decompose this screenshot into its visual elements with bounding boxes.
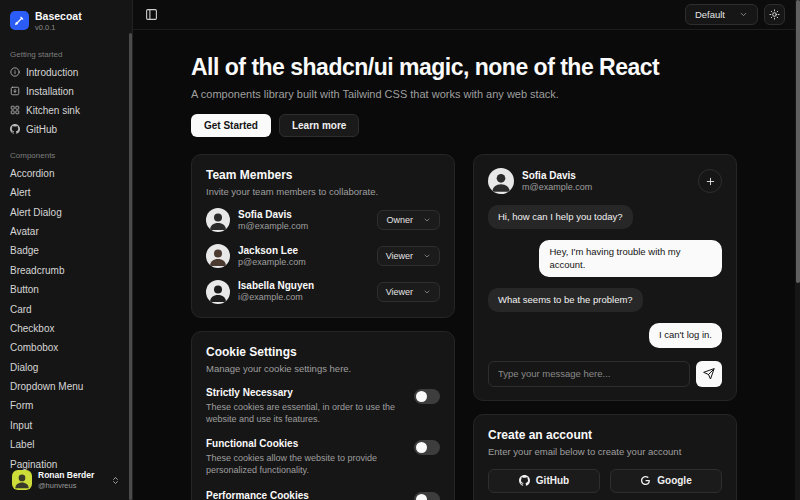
page-subtitle: A components library built with Tailwind… [191, 88, 737, 100]
sidebar-item-badge[interactable]: Badge [10, 241, 122, 260]
window-scrollbar-thumb[interactable] [796, 0, 800, 283]
section-label-getting-started: Getting started [10, 50, 122, 59]
sidebar-item-dropdown-menu[interactable]: Dropdown Menu [10, 377, 122, 396]
sidebar-user-menu[interactable]: Ronan Berder @hunvreus [8, 467, 124, 493]
learn-more-button[interactable]: Learn more [279, 114, 359, 137]
google-signup-button[interactable]: Google [610, 469, 722, 493]
sidebar-item-breadcrumb[interactable]: Breadcrumb [10, 261, 122, 280]
sidebar-item-label: Dialog [10, 362, 38, 373]
card-description: Manage your cookie settings here. [206, 363, 440, 374]
sidebar-item-dialog[interactable]: Dialog [10, 358, 122, 377]
sidebar-item-label: Input [10, 420, 32, 431]
sidebar-item-label: Combobox [10, 342, 58, 353]
team-member-row: Jackson Lee p@example.com Viewer [206, 244, 440, 269]
sidebar-item-alert-dialog[interactable]: Alert Dialog [10, 202, 122, 221]
user-name: Ronan Berder [38, 470, 94, 481]
sidebar-item-alert[interactable]: Alert [10, 183, 122, 202]
create-account-card: Create an account Enter your email below… [473, 414, 737, 500]
window-scrollbar-track[interactable] [795, 0, 800, 500]
member-avatar [206, 208, 230, 232]
cookie-option-title: Performance Cookies [206, 490, 404, 500]
functional-cookies-switch[interactable] [414, 440, 440, 455]
plus-icon [705, 176, 716, 187]
section-label-components: Components [10, 151, 122, 160]
sidebar-item-combobox[interactable]: Combobox [10, 338, 122, 357]
dark-mode-toggle-button[interactable] [764, 4, 785, 25]
sidebar-item-avatar[interactable]: Avatar [10, 222, 122, 241]
sun-icon [769, 9, 780, 20]
page-title: All of the shadcn/ui magic, none of the … [191, 54, 737, 81]
card-description: Enter your email below to create your ac… [488, 446, 722, 457]
sidebar-item-label: Label [10, 439, 34, 450]
member-role-select[interactable]: Viewer [377, 282, 440, 302]
member-role-select[interactable]: Viewer [377, 246, 440, 266]
sidebar-item-label[interactable]: Label [10, 435, 122, 454]
sidebar-item-input[interactable]: Input [10, 416, 122, 435]
sidebar-toggle-button[interactable] [143, 6, 160, 23]
member-avatar [206, 244, 230, 268]
chat-user-email: m@example.com [522, 182, 592, 194]
member-name: Isabella Nguyen [238, 279, 314, 292]
sidebar-item-accordion[interactable]: Accordion [10, 164, 122, 183]
sidebar-item-github[interactable]: GitHub [10, 120, 122, 139]
github-icon [10, 124, 20, 134]
theme-style-value: Default [695, 9, 725, 20]
cookie-option-title: Functional Cookies [206, 438, 404, 449]
card-title: Cookie Settings [206, 345, 440, 359]
github-signup-button[interactable]: GitHub [488, 469, 600, 493]
cookie-settings-card: Cookie Settings Manage your cookie setti… [191, 331, 455, 500]
cookie-option-row: Functional Cookies These cookies allow t… [206, 438, 440, 476]
team-member-row: Isabella Nguyen i@example.com Viewer [206, 279, 440, 304]
sidebar-item-label: Accordion [10, 168, 54, 179]
sidebar-item-label: GitHub [26, 124, 57, 135]
sidebar-item-label: Checkbox [10, 323, 54, 334]
chat-message-sent: I can't log in. [649, 323, 722, 347]
sidebar-item-label: Form [10, 400, 33, 411]
chevrons-up-down-icon [111, 476, 120, 485]
team-member-row: Sofia Davis m@example.com Owner [206, 208, 440, 233]
chevron-down-icon [739, 10, 748, 19]
sidebar-item-button[interactable]: Button [10, 280, 122, 299]
member-role-value: Viewer [386, 287, 413, 297]
chevron-down-icon [423, 252, 431, 260]
cookie-option-title: Strictly Necessary [206, 387, 404, 398]
chat-message-received: Hi, how can I help you today? [488, 205, 633, 229]
new-message-button[interactable] [698, 169, 722, 193]
sidebar-item-kitchen-sink[interactable]: Kitchen sink [10, 101, 122, 120]
sidebar-item-installation[interactable]: Installation [10, 82, 122, 101]
sidebar-item-label: Alert Dialog [10, 207, 62, 218]
sidebar-item-checkbox[interactable]: Checkbox [10, 319, 122, 338]
github-button-label: GitHub [536, 475, 569, 486]
card-description: Invite your team members to collaborate. [206, 186, 440, 197]
strictly-necessary-switch[interactable] [414, 389, 440, 404]
chat-card: Sofia Davis m@example.com Hi, how can I … [473, 154, 737, 401]
send-message-button[interactable] [696, 361, 722, 387]
sidebar-item-label: Introduction [26, 67, 78, 78]
card-title: Team Members [206, 168, 440, 182]
sidebar-item-label: Alert [10, 187, 31, 198]
sidebar-item-card[interactable]: Card [10, 299, 122, 318]
sidebar-item-form[interactable]: Form [10, 396, 122, 415]
performance-cookies-switch[interactable] [414, 492, 440, 500]
card-title: Create an account [488, 428, 722, 442]
cookie-option-description: These cookies are essential, in order to… [206, 401, 404, 425]
member-avatar [206, 280, 230, 304]
theme-style-select[interactable]: Default [685, 4, 758, 25]
grid-icon [10, 105, 20, 115]
info-icon [10, 67, 20, 77]
sidebar-item-introduction[interactable]: Introduction [10, 63, 122, 82]
get-started-button[interactable]: Get Started [191, 114, 271, 137]
chat-message-input[interactable] [488, 361, 690, 387]
topbar: Default [133, 0, 795, 30]
sidebar-item-label: Card [10, 304, 32, 315]
member-role-select[interactable]: Owner [377, 210, 440, 230]
sidebar-scrollbar[interactable] [129, 33, 132, 500]
user-handle: @hunvreus [38, 481, 94, 490]
brand[interactable]: Basecoat v0.0.1 [10, 8, 122, 38]
user-avatar [12, 470, 32, 490]
send-icon [703, 368, 715, 380]
member-name: Sofia Davis [238, 208, 308, 221]
cookie-option-description: These cookies allow the website to provi… [206, 452, 404, 476]
cookie-option-row: Performance Cookies These cookies help t… [206, 490, 440, 500]
chat-message-received: What seems to be the problem? [488, 288, 643, 312]
